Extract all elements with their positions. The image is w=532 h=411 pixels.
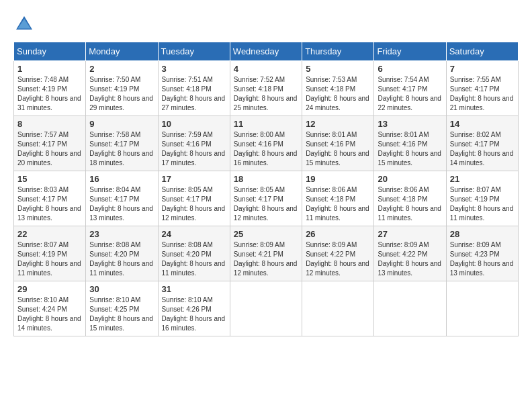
calendar-day-cell: 24 Sunrise: 8:08 AMSunset: 4:20 PMDaylig…: [158, 226, 230, 281]
calendar-day-cell: 22 Sunrise: 8:07 AMSunset: 4:19 PMDaylig…: [14, 226, 86, 281]
calendar-day-cell: 23 Sunrise: 8:08 AMSunset: 4:20 PMDaylig…: [86, 226, 158, 281]
calendar-week-row: 22 Sunrise: 8:07 AMSunset: 4:19 PMDaylig…: [14, 226, 519, 281]
day-number: 18: [234, 174, 298, 184]
calendar-week-row: 8 Sunrise: 7:57 AMSunset: 4:17 PMDayligh…: [14, 116, 519, 171]
day-detail: Sunrise: 7:53 AMSunset: 4:18 PMDaylight:…: [306, 76, 369, 111]
day-detail: Sunrise: 8:02 AMSunset: 4:17 PMDaylight:…: [450, 131, 514, 167]
day-number: 21: [450, 174, 515, 184]
calendar-day-cell: 29 Sunrise: 8:10 AMSunset: 4:24 PMDaylig…: [14, 281, 86, 336]
calendar-day-cell: [230, 281, 302, 336]
calendar-day-cell: 14 Sunrise: 8:02 AMSunset: 4:17 PMDaylig…: [446, 116, 518, 171]
calendar-day-cell: 19 Sunrise: 8:06 AMSunset: 4:18 PMDaylig…: [302, 171, 374, 226]
calendar-day-cell: 10 Sunrise: 7:59 AMSunset: 4:16 PMDaylig…: [158, 116, 230, 171]
day-number: 22: [17, 229, 82, 239]
day-number: 25: [234, 229, 298, 239]
day-detail: Sunrise: 8:09 AMSunset: 4:22 PMDaylight:…: [306, 241, 369, 277]
day-detail: Sunrise: 8:10 AMSunset: 4:26 PMDaylight:…: [162, 296, 226, 332]
day-number: 11: [234, 119, 298, 129]
day-detail: Sunrise: 7:52 AMSunset: 4:18 PMDaylight:…: [234, 76, 298, 111]
day-of-week-header: Friday: [374, 42, 446, 61]
day-number: 4: [234, 64, 298, 74]
calendar-week-row: 15 Sunrise: 8:03 AMSunset: 4:17 PMDaylig…: [14, 171, 519, 226]
calendar-header-row: SundayMondayTuesdayWednesdayThursdayFrid…: [14, 42, 519, 61]
day-number: 3: [162, 64, 226, 74]
calendar-day-cell: 17 Sunrise: 8:05 AMSunset: 4:17 PMDaylig…: [158, 171, 230, 226]
day-detail: Sunrise: 7:59 AMSunset: 4:16 PMDaylight:…: [162, 131, 226, 167]
calendar-day-cell: 11 Sunrise: 8:00 AMSunset: 4:16 PMDaylig…: [230, 116, 302, 171]
calendar-table: SundayMondayTuesdayWednesdayThursdayFrid…: [13, 42, 519, 336]
day-detail: Sunrise: 8:09 AMSunset: 4:22 PMDaylight:…: [378, 241, 441, 277]
day-number: 30: [89, 284, 154, 294]
day-detail: Sunrise: 7:51 AMSunset: 4:18 PMDaylight:…: [162, 76, 226, 111]
day-number: 17: [162, 174, 226, 184]
day-number: 26: [306, 229, 370, 239]
day-number: 5: [306, 64, 370, 74]
calendar-day-cell: 12 Sunrise: 8:01 AMSunset: 4:16 PMDaylig…: [302, 116, 374, 171]
day-detail: Sunrise: 8:01 AMSunset: 4:16 PMDaylight:…: [306, 131, 369, 167]
day-detail: Sunrise: 8:08 AMSunset: 4:20 PMDaylight:…: [89, 241, 153, 277]
day-detail: Sunrise: 7:55 AMSunset: 4:17 PMDaylight:…: [450, 76, 514, 111]
day-number: 8: [17, 119, 82, 129]
day-detail: Sunrise: 8:10 AMSunset: 4:24 PMDaylight:…: [17, 296, 81, 332]
day-detail: Sunrise: 8:10 AMSunset: 4:25 PMDaylight:…: [89, 296, 153, 332]
calendar-day-cell: 2 Sunrise: 7:50 AMSunset: 4:19 PMDayligh…: [86, 61, 158, 116]
day-of-week-header: Thursday: [302, 42, 374, 61]
day-number: 12: [306, 119, 370, 129]
logo: [13, 13, 38, 35]
day-detail: Sunrise: 8:05 AMSunset: 4:17 PMDaylight:…: [234, 186, 298, 222]
calendar-day-cell: 13 Sunrise: 8:01 AMSunset: 4:16 PMDaylig…: [374, 116, 446, 171]
day-number: 23: [89, 229, 154, 239]
day-detail: Sunrise: 7:48 AMSunset: 4:19 PMDaylight:…: [17, 76, 81, 111]
day-detail: Sunrise: 8:05 AMSunset: 4:17 PMDaylight:…: [162, 186, 226, 222]
day-number: 10: [162, 119, 226, 129]
day-detail: Sunrise: 7:54 AMSunset: 4:17 PMDaylight:…: [378, 76, 441, 111]
calendar-day-cell: 30 Sunrise: 8:10 AMSunset: 4:25 PMDaylig…: [86, 281, 158, 336]
calendar-day-cell: 16 Sunrise: 8:04 AMSunset: 4:17 PMDaylig…: [86, 171, 158, 226]
day-number: 2: [89, 64, 154, 74]
day-detail: Sunrise: 8:04 AMSunset: 4:17 PMDaylight:…: [89, 186, 153, 222]
calendar-week-row: 1 Sunrise: 7:48 AMSunset: 4:19 PMDayligh…: [14, 61, 519, 116]
calendar-day-cell: 15 Sunrise: 8:03 AMSunset: 4:17 PMDaylig…: [14, 171, 86, 226]
day-detail: Sunrise: 8:07 AMSunset: 4:19 PMDaylight:…: [17, 241, 81, 277]
calendar-day-cell: 26 Sunrise: 8:09 AMSunset: 4:22 PMDaylig…: [302, 226, 374, 281]
day-number: 19: [306, 174, 370, 184]
calendar-day-cell: 4 Sunrise: 7:52 AMSunset: 4:18 PMDayligh…: [230, 61, 302, 116]
day-of-week-header: Saturday: [446, 42, 518, 61]
day-of-week-header: Wednesday: [230, 42, 302, 61]
day-detail: Sunrise: 8:08 AMSunset: 4:20 PMDaylight:…: [162, 241, 226, 277]
day-number: 13: [378, 119, 442, 129]
calendar-day-cell: 28 Sunrise: 8:09 AMSunset: 4:23 PMDaylig…: [446, 226, 518, 281]
day-number: 9: [89, 119, 154, 129]
calendar-day-cell: 20 Sunrise: 8:06 AMSunset: 4:18 PMDaylig…: [374, 171, 446, 226]
day-number: 1: [17, 64, 82, 74]
day-number: 6: [378, 64, 442, 74]
calendar-day-cell: 1 Sunrise: 7:48 AMSunset: 4:19 PMDayligh…: [14, 61, 86, 116]
day-number: 28: [450, 229, 515, 239]
calendar-day-cell: 27 Sunrise: 8:09 AMSunset: 4:22 PMDaylig…: [374, 226, 446, 281]
day-number: 24: [162, 229, 226, 239]
day-detail: Sunrise: 8:03 AMSunset: 4:17 PMDaylight:…: [17, 186, 81, 222]
day-detail: Sunrise: 8:06 AMSunset: 4:18 PMDaylight:…: [306, 186, 369, 222]
day-of-week-header: Monday: [86, 42, 158, 61]
calendar-day-cell: 7 Sunrise: 7:55 AMSunset: 4:17 PMDayligh…: [446, 61, 518, 116]
day-number: 15: [17, 174, 82, 184]
calendar-day-cell: 5 Sunrise: 7:53 AMSunset: 4:18 PMDayligh…: [302, 61, 374, 116]
day-detail: Sunrise: 7:57 AMSunset: 4:17 PMDaylight:…: [17, 131, 81, 167]
day-detail: Sunrise: 8:06 AMSunset: 4:18 PMDaylight:…: [378, 186, 441, 222]
day-number: 27: [378, 229, 442, 239]
page-header: [13, 13, 519, 35]
calendar-day-cell: 6 Sunrise: 7:54 AMSunset: 4:17 PMDayligh…: [374, 61, 446, 116]
calendar-day-cell: 9 Sunrise: 7:58 AMSunset: 4:17 PMDayligh…: [86, 116, 158, 171]
calendar-day-cell: 18 Sunrise: 8:05 AMSunset: 4:17 PMDaylig…: [230, 171, 302, 226]
calendar-day-cell: 3 Sunrise: 7:51 AMSunset: 4:18 PMDayligh…: [158, 61, 230, 116]
calendar-day-cell: [446, 281, 518, 336]
day-of-week-header: Sunday: [14, 42, 86, 61]
day-detail: Sunrise: 7:58 AMSunset: 4:17 PMDaylight:…: [89, 131, 153, 167]
calendar-day-cell: 31 Sunrise: 8:10 AMSunset: 4:26 PMDaylig…: [158, 281, 230, 336]
day-detail: Sunrise: 8:09 AMSunset: 4:23 PMDaylight:…: [450, 241, 514, 277]
day-number: 31: [162, 284, 226, 294]
calendar-day-cell: 21 Sunrise: 8:07 AMSunset: 4:19 PMDaylig…: [446, 171, 518, 226]
day-number: 14: [450, 119, 515, 129]
day-of-week-header: Tuesday: [158, 42, 230, 61]
day-detail: Sunrise: 7:50 AMSunset: 4:19 PMDaylight:…: [89, 76, 153, 111]
